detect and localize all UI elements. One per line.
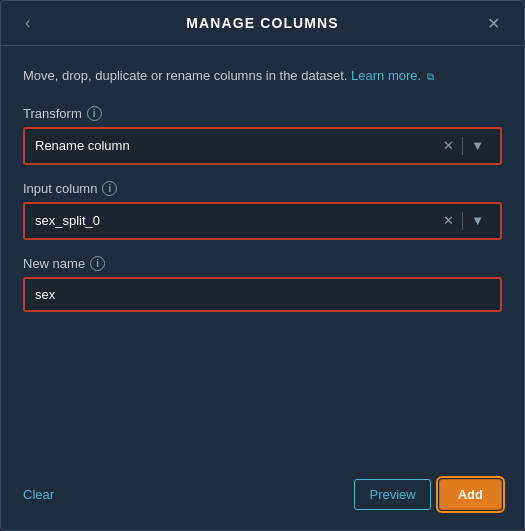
input-column-clear-button[interactable]: ✕ bbox=[437, 213, 460, 228]
input-column-divider bbox=[462, 212, 463, 230]
input-column-select-wrapper: sex_split_0 ✕ ▼ bbox=[23, 202, 502, 240]
transform-info-icon[interactable]: i bbox=[87, 106, 102, 121]
back-button[interactable]: ‹ bbox=[19, 12, 36, 34]
input-column-actions: ✕ ▼ bbox=[437, 212, 490, 230]
new-name-field-group: New name i bbox=[23, 256, 502, 312]
new-name-input[interactable] bbox=[25, 279, 500, 310]
external-link-icon: ⧉ bbox=[427, 69, 434, 84]
modal-title: MANAGE COLUMNS bbox=[186, 15, 339, 31]
input-column-dropdown-button[interactable]: ▼ bbox=[465, 213, 490, 228]
new-name-info-icon[interactable]: i bbox=[90, 256, 105, 271]
add-button[interactable]: Add bbox=[439, 479, 502, 510]
transform-field-group: Transform i Rename column ✕ ▼ bbox=[23, 106, 502, 165]
footer-actions: Preview Add bbox=[354, 479, 502, 510]
select-divider bbox=[462, 137, 463, 155]
transform-select[interactable]: Rename column ✕ ▼ bbox=[25, 129, 500, 163]
modal-footer: Clear Preview Add bbox=[1, 463, 524, 530]
preview-button[interactable]: Preview bbox=[354, 479, 430, 510]
transform-dropdown-button[interactable]: ▼ bbox=[465, 138, 490, 153]
new-name-input-wrapper bbox=[23, 277, 502, 312]
input-column-field-group: Input column i sex_split_0 ✕ ▼ bbox=[23, 181, 502, 240]
clear-button[interactable]: Clear bbox=[23, 487, 54, 502]
close-button[interactable]: ✕ bbox=[481, 12, 506, 35]
input-column-value: sex_split_0 bbox=[35, 213, 437, 228]
modal-header: ‹ MANAGE COLUMNS ✕ bbox=[1, 1, 524, 46]
input-column-label: Input column i bbox=[23, 181, 502, 196]
new-name-label: New name i bbox=[23, 256, 502, 271]
manage-columns-modal: ‹ MANAGE COLUMNS ✕ Move, drop, duplicate… bbox=[0, 0, 525, 531]
input-column-select[interactable]: sex_split_0 ✕ ▼ bbox=[25, 204, 500, 238]
transform-select-wrapper: Rename column ✕ ▼ bbox=[23, 127, 502, 165]
transform-value: Rename column bbox=[35, 138, 437, 153]
modal-body: Move, drop, duplicate or rename columns … bbox=[1, 46, 524, 463]
transform-label: Transform i bbox=[23, 106, 502, 121]
learn-more-link[interactable]: Learn more. ⧉ bbox=[351, 68, 434, 83]
description-text: Move, drop, duplicate or rename columns … bbox=[23, 66, 502, 86]
transform-clear-button[interactable]: ✕ bbox=[437, 138, 460, 153]
transform-actions: ✕ ▼ bbox=[437, 137, 490, 155]
input-column-info-icon[interactable]: i bbox=[102, 181, 117, 196]
